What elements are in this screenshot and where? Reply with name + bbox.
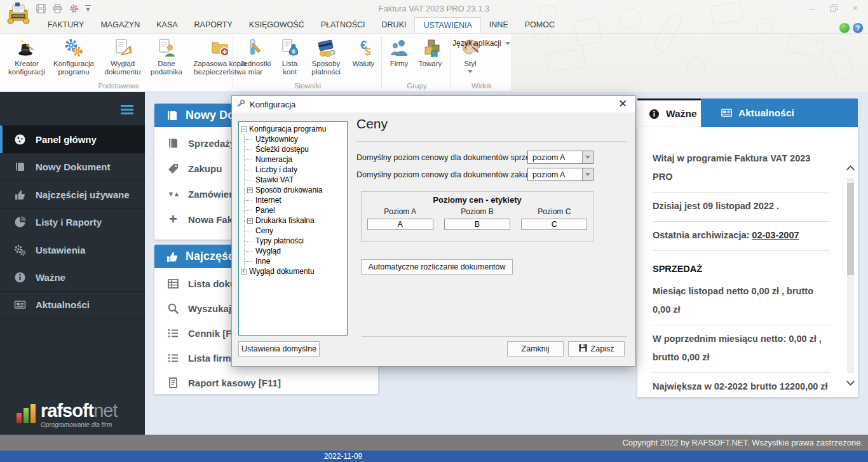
collapse-icon[interactable]: − bbox=[241, 126, 247, 132]
previous-month: W poprzednim miesiącu netto: 0,00 zł , b… bbox=[653, 325, 830, 373]
ribbon-group-widok: Widok bbox=[452, 82, 511, 90]
language-select[interactable]: Język aplikacji bbox=[452, 39, 510, 48]
ribbon-item-kreator-konfiguracji[interactable]: Kreator konfiguracji bbox=[5, 37, 48, 76]
sidebar-item-najczesciej-uzywane[interactable]: Najczęściej używane bbox=[0, 180, 145, 208]
svg-text:$: $ bbox=[365, 46, 371, 58]
minimize-icon[interactable]: – bbox=[806, 4, 818, 14]
tree-node-numeracja[interactable]: Numeracja bbox=[239, 154, 347, 165]
tab-ksiegowosc[interactable]: KSIĘGOWOŚĆ bbox=[241, 17, 313, 33]
tab-magazyn[interactable]: MAGAZYN bbox=[92, 17, 148, 33]
tree-node-wyglad-dokumentu[interactable]: + Wygląd dokumentu bbox=[239, 266, 347, 276]
tree-node-stawki-vat[interactable]: Stawki VAT bbox=[239, 175, 347, 185]
tree-node-konfiguracja-programu[interactable]: − Konfiguracja programu bbox=[239, 124, 347, 134]
tree-node-liczby-i-daty[interactable]: Liczby i daty bbox=[239, 165, 347, 175]
connection-icon[interactable] bbox=[839, 23, 850, 33]
default-settings-button[interactable]: Ustawienia domyślne bbox=[238, 341, 320, 357]
tree-node-ceny[interactable]: Ceny bbox=[239, 226, 347, 236]
sidebar-item-aktualnosci[interactable]: Aktualności bbox=[0, 291, 145, 319]
poziom-c-input[interactable] bbox=[521, 219, 587, 230]
poziom-b-input[interactable] bbox=[444, 219, 510, 230]
logo-brand-bold: rafsoft bbox=[41, 400, 93, 421]
poziom-a-input[interactable] bbox=[367, 219, 433, 230]
expand-icon[interactable]: + bbox=[247, 218, 253, 224]
ribbon-item-konfiguracja-programu[interactable]: Konfiguracja programu bbox=[50, 37, 98, 76]
tab-inne[interactable]: INNE bbox=[481, 17, 517, 33]
tree-node-panel[interactable]: Panel bbox=[239, 205, 347, 215]
right-panel: Ważne Aktualności Witaj w programie Fakt… bbox=[637, 99, 858, 397]
tree-node-inne[interactable]: Inne bbox=[239, 256, 347, 266]
right-panel-scrollbar[interactable] bbox=[846, 165, 855, 386]
ribbon-item-jednostki-miar[interactable]: Jednostki miar bbox=[236, 37, 275, 76]
scroll-down-icon[interactable] bbox=[846, 377, 855, 386]
search-icon bbox=[167, 302, 179, 315]
sidebar-item-panel-glowny[interactable]: Panel główny bbox=[0, 125, 145, 153]
save-button[interactable]: Zapisz bbox=[568, 341, 625, 357]
tab-pomoc[interactable]: POMOC bbox=[517, 17, 563, 33]
ribbon-item-towary[interactable]: Towary bbox=[414, 37, 446, 68]
sale-price-level-select[interactable]: poziom A bbox=[527, 151, 593, 164]
tree-node-typy-platnosci[interactable]: Typy płatności bbox=[239, 236, 347, 246]
tab-faktury[interactable]: FAKTURY bbox=[39, 17, 92, 33]
chevron-down-icon[interactable] bbox=[582, 168, 593, 180]
ribbon-item-lista-kont[interactable]: $ Lista kont bbox=[276, 37, 304, 76]
application-window: ▼ Faktura VAT 2023 PRO 23.1.3 – × FAKTUR… bbox=[0, 0, 868, 462]
tab-kasa[interactable]: KASA bbox=[148, 17, 186, 33]
expand-icon[interactable]: + bbox=[247, 187, 253, 193]
hamburger-icon[interactable] bbox=[121, 103, 133, 116]
archive-date-link[interactable]: 02-03-2007 bbox=[752, 230, 799, 240]
sidebar-item-label: Listy i Raporty bbox=[36, 217, 102, 228]
sidebar-item-wazne[interactable]: Ważne bbox=[0, 264, 145, 292]
close-icon[interactable]: × bbox=[849, 4, 862, 14]
sidebar-item-ustawienia[interactable]: Ustawienia bbox=[0, 236, 145, 264]
tab-ustawienia[interactable]: USTAWIENIA bbox=[414, 17, 480, 33]
ribbon-item-dane-podatnika[interactable]: Dane podatnika bbox=[147, 37, 186, 76]
expand-icon[interactable]: + bbox=[241, 269, 247, 275]
welcome-message: Witaj w programie Faktura VAT 2023 PRO bbox=[653, 145, 830, 193]
logo-brand-light: net bbox=[93, 400, 117, 421]
purchase-price-level-select[interactable]: poziom A bbox=[527, 168, 593, 181]
chevron-down-icon[interactable] bbox=[582, 151, 593, 163]
sidebar-item-listy-raporty[interactable]: Listy i Raporty bbox=[0, 208, 145, 236]
menu-item-raport-kasowy[interactable]: Raport kasowy [F11] bbox=[154, 370, 378, 395]
purchase-price-level-label: Domyślny poziom cenowy dla dokumentów za… bbox=[356, 170, 538, 179]
scrollbar-track[interactable] bbox=[847, 178, 854, 373]
magic-hat-icon bbox=[16, 37, 37, 58]
poziom-b-label: Poziom B bbox=[438, 207, 515, 216]
scroll-up-icon[interactable] bbox=[846, 165, 855, 173]
ribbon-item-sposoby-platnosci[interactable]: Sposoby płatności bbox=[305, 37, 347, 76]
tree-node-sposob-drukowania[interactable]: + Sposób drukowania bbox=[239, 185, 347, 195]
tree-node-sciezki-dostepu[interactable]: Ścieżki dostępu bbox=[239, 144, 347, 154]
ribbon-item-wyglad-dokumentu[interactable]: Wygląd dokumentu bbox=[99, 37, 146, 76]
titlebar: ▼ Faktura VAT 2023 PRO 23.1.3 – × bbox=[0, 0, 868, 18]
ribbon-item-waluty[interactable]: €$ Waluty bbox=[348, 37, 379, 68]
last-archive: Ostatnia archiwizacja: 02-03-2007 bbox=[653, 222, 830, 251]
groupbox-title: Poziomy cen - etykiety bbox=[362, 192, 593, 205]
scrollbar-thumb[interactable] bbox=[847, 183, 854, 275]
tree-node-uzytkownicy[interactable]: Użytkownicy bbox=[239, 134, 347, 144]
restore-icon[interactable] bbox=[827, 4, 840, 14]
styl-dropdown-icon[interactable] bbox=[468, 70, 473, 73]
gears-icon bbox=[63, 37, 85, 58]
pie-chart-icon bbox=[14, 216, 26, 228]
tab-raporty[interactable]: RAPORTY bbox=[186, 17, 241, 33]
close-dialog-button[interactable]: Zamknij bbox=[507, 341, 564, 357]
config-tree: − Konfiguracja programu Użytkownicy Ście… bbox=[238, 121, 348, 336]
status-bar: 2022-11-09 bbox=[0, 451, 868, 462]
auto-settlement-button[interactable]: Automatyczne rozliczanie dokumentów bbox=[361, 259, 513, 275]
tab-platnosci[interactable]: PŁATNOŚCI bbox=[313, 17, 374, 33]
table-icon bbox=[167, 278, 179, 290]
ribbon-item-firmy[interactable]: Firmy bbox=[385, 37, 413, 68]
tab-druki[interactable]: DRUKI bbox=[374, 17, 415, 33]
accounts-list-icon: $ bbox=[279, 37, 301, 58]
tree-node-drukarka-fiskalna[interactable]: + Drukarka fiskalna bbox=[239, 215, 347, 226]
list-icon bbox=[167, 352, 179, 364]
book-icon bbox=[14, 161, 26, 173]
tree-node-internet[interactable]: Internet bbox=[239, 195, 347, 205]
tab-wazne[interactable]: Ważne bbox=[637, 99, 701, 127]
sidebar-item-nowy-dokument[interactable]: Nowy Dokument bbox=[0, 153, 145, 181]
tab-aktualnosci[interactable]: Aktualności bbox=[701, 99, 858, 127]
help-icon[interactable]: ? bbox=[853, 23, 863, 33]
close-icon[interactable]: ✕ bbox=[616, 97, 630, 111]
tree-node-wyglad[interactable]: Wygląd bbox=[239, 246, 347, 256]
goods-cubes-icon bbox=[419, 37, 441, 58]
